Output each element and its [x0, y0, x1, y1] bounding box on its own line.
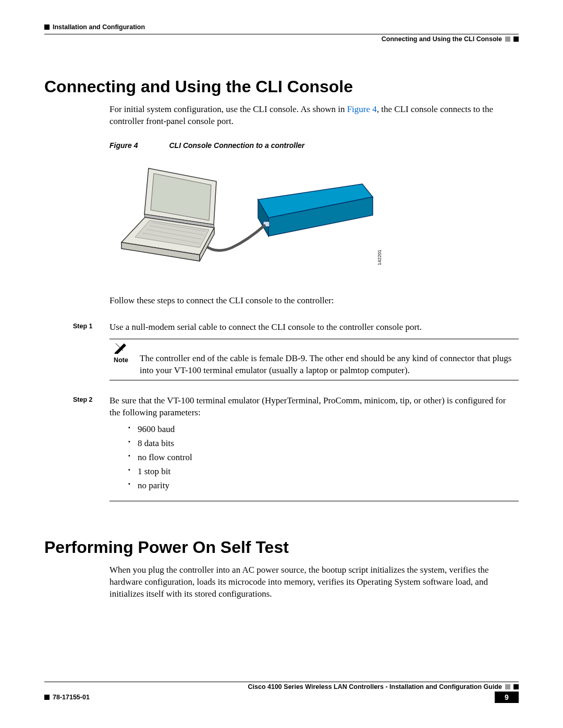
step-1-text: Use a null-modem serial cable to connect…	[109, 322, 519, 334]
main-content: Connecting and Using the CLI Console For…	[44, 46, 519, 600]
footer-docnum-wrap: 78-17155-01	[44, 694, 90, 701]
list-item: no flow control	[126, 450, 519, 464]
follow-steps-text: Follow these steps to connect the CLI co…	[109, 295, 519, 307]
header-rule	[44, 34, 519, 34]
section-heading-post: Performing Power On Self Test	[44, 538, 519, 557]
list-item: 1 stop bit	[126, 464, 519, 478]
figure-id-label: 142201	[377, 250, 382, 265]
footer-square-dark-2	[44, 695, 50, 700]
figure-caption-row: Figure 4 CLI Console Connection to a con…	[109, 141, 519, 150]
step-2-text: Be sure that the VT-100 terminal emulato…	[109, 395, 519, 419]
header-square-dark-2	[513, 36, 519, 42]
footer-square-light	[505, 684, 510, 689]
list-item: 8 data bits	[126, 436, 519, 450]
list-item: no parity	[126, 478, 519, 492]
header-section: Connecting and Using the CLI Console	[382, 35, 502, 43]
note-text: The controller end of the cable is femal…	[140, 342, 519, 377]
page-footer: Cisco 4100 Series Wireless LAN Controlle…	[44, 682, 519, 703]
intro-before: For initial system configuration, use th…	[109, 104, 347, 114]
figure-4-illustration: 142201	[112, 158, 519, 280]
figure-label: Figure 4	[109, 141, 138, 150]
page-header: Installation and Configuration Connectin…	[44, 23, 519, 43]
page-number-badge: 9	[495, 692, 519, 703]
step-2-label: Step 2	[73, 395, 109, 403]
header-square-dark	[44, 24, 50, 30]
step-1-label: Step 1	[73, 322, 109, 330]
step-2-row: Step 2 Be sure that the VT-100 terminal …	[73, 395, 519, 493]
footer-docnum: 78-17155-01	[53, 694, 90, 701]
figure-reference-link[interactable]: Figure 4	[347, 104, 377, 114]
cli-connection-diagram-icon	[112, 158, 383, 278]
intro-paragraph: For initial system configuration, use th…	[109, 104, 519, 128]
footer-rule	[44, 682, 519, 682]
footer-square-dark	[513, 684, 519, 689]
note-block: Note The controller end of the cable is …	[109, 339, 519, 380]
section-end-rule	[109, 501, 519, 501]
list-item: 9600 baud	[126, 422, 519, 436]
header-square-light	[505, 36, 510, 42]
step-1-row: Step 1 Use a null-modem serial cable to …	[73, 322, 519, 380]
section-heading-cli: Connecting and Using the CLI Console	[44, 77, 519, 96]
header-chapter: Installation and Configuration	[53, 23, 145, 31]
note-pencil-icon	[114, 342, 128, 354]
figure-caption-text: CLI Console Connection to a controller	[169, 141, 304, 150]
note-label: Note	[114, 356, 128, 365]
terminal-parameters-list: 9600 baud 8 data bits no flow control 1 …	[126, 422, 519, 493]
post-paragraph: When you plug the controller into an AC …	[109, 564, 519, 600]
footer-guide-title: Cisco 4100 Series Wireless LAN Controlle…	[248, 683, 503, 690]
